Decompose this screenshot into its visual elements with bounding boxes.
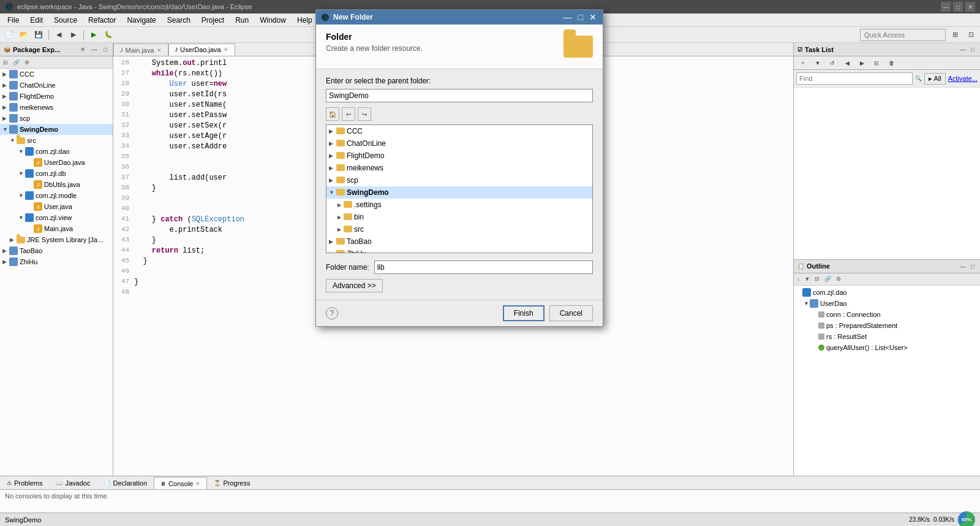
outline-filter[interactable]: ▼ [803, 275, 812, 283]
tree-item-src[interactable]: ▼ src [0, 135, 113, 146]
menu-refactor[interactable]: Refactor [83, 15, 121, 26]
outline-item-conn[interactable]: ▶ conn : Connection [794, 309, 980, 320]
modal-tree-forward[interactable]: ↪ [358, 107, 371, 121]
cancel-button[interactable]: Cancel [549, 305, 593, 321]
tree-item-scp[interactable]: ▶ scp [0, 113, 113, 124]
parent-folder-input[interactable] [326, 89, 593, 102]
outline-maximize[interactable]: □ [969, 262, 976, 270]
toolbar-save[interactable]: 💾 [32, 28, 45, 42]
tab-problems[interactable]: ⚠ Problems [0, 477, 49, 489]
menu-source[interactable]: Source [49, 15, 82, 26]
outline-minimize[interactable]: — [958, 262, 968, 270]
menu-help[interactable]: Help [292, 15, 317, 26]
toolbar-forward[interactable]: ▶ [67, 28, 80, 42]
modal-tree-taobao[interactable]: ▶ TaoBao [326, 235, 592, 248]
modal-tree-bin[interactable]: ▶ bin [326, 211, 592, 223]
tree-item-com-zjl-view[interactable]: ▼ com.zjl.view [0, 212, 113, 223]
modal-tree-meikenews[interactable]: ▶ meikenews [326, 162, 592, 174]
activate-link[interactable]: Activate... [948, 75, 978, 82]
menu-navigate[interactable]: Navigate [122, 15, 160, 26]
tab-console[interactable]: 🖥 Console ✕ [154, 477, 207, 489]
tab-progress[interactable]: ⏳ Progress [207, 477, 257, 489]
tree-item-com-zjl-dao[interactable]: ▼ com.zjl.dao [0, 146, 113, 157]
outline-item-rs[interactable]: ▶ rs : ResultSet [794, 331, 980, 342]
find-input[interactable] [796, 72, 913, 85]
menu-project[interactable]: Project [197, 15, 229, 26]
modal-tree-src[interactable]: ▶ src [326, 223, 592, 235]
outline-item-package[interactable]: ▶ com.zjl.dao [794, 287, 980, 298]
modal-tree-back[interactable]: ↩ [342, 107, 355, 121]
userdao-java-tab-close[interactable]: ✕ [224, 47, 228, 53]
tree-item-chatonline[interactable]: ▶ ChatOnLine [0, 80, 113, 91]
outline-item-ps[interactable]: ▶ ps : PreparedStatement [794, 320, 980, 331]
modal-tree-home[interactable]: 🏠 [326, 107, 339, 121]
modal-tree-ccc[interactable]: ▶ CCC [326, 125, 592, 137]
tab-userdao-java[interactable]: J UserDao.java ✕ [168, 44, 235, 56]
modal-close-button[interactable]: ✕ [588, 12, 598, 22]
close-button[interactable]: ✕ [965, 2, 975, 12]
task-fwd[interactable]: ▶ [855, 56, 869, 70]
task-collapse[interactable]: ⊟ [870, 56, 883, 70]
outline-settings[interactable]: ⚙ [834, 275, 843, 283]
tree-item-com-zjl-db[interactable]: ▼ com.zjl.db [0, 168, 113, 179]
task-list-maximize[interactable]: □ [969, 45, 976, 53]
modal-tree-zhihu[interactable]: ▶ ZhiHu [326, 248, 592, 253]
menu-run[interactable]: Run [230, 15, 254, 26]
tree-item-main-java[interactable]: ▶ J Main.java [0, 223, 113, 234]
toolbar-view[interactable]: ⊡ [964, 28, 978, 42]
menu-window[interactable]: Window [255, 15, 291, 26]
advanced-button[interactable]: Advanced >> [326, 279, 383, 292]
modal-tree-swingdemo[interactable]: ▼ SwingDemo [326, 186, 592, 199]
pkg-settings[interactable]: ⚙ [23, 59, 31, 66]
package-explorer-max[interactable]: □ [102, 45, 109, 53]
outline-collapse[interactable]: ⊟ [813, 275, 821, 283]
all-filter-btn[interactable]: ▸ All [924, 73, 946, 85]
tree-item-com-zjl-modle[interactable]: ▼ com.zjl.modle [0, 190, 113, 201]
package-explorer-min[interactable]: — [89, 45, 99, 53]
task-back[interactable]: ◀ [840, 56, 854, 70]
minimize-button[interactable]: — [941, 2, 951, 12]
tree-item-swingdemo[interactable]: ▼ SwingDemo [0, 124, 113, 135]
toolbar-new[interactable]: 📄 [2, 28, 16, 42]
task-list-minimize[interactable]: — [958, 45, 968, 53]
main-java-tab-close[interactable]: ✕ [157, 47, 162, 53]
modal-tree-settings[interactable]: ▶ .settings [326, 199, 592, 211]
menu-search[interactable]: Search [162, 15, 195, 26]
pkg-link[interactable]: 🔗 [11, 59, 21, 66]
task-filter[interactable]: ▼ [811, 56, 824, 70]
outline-link[interactable]: 🔗 [823, 275, 833, 283]
tree-item-dbutils-java[interactable]: ▶ J DbUtils.java [0, 179, 113, 190]
modal-tree-chatonline[interactable]: ▶ ChatOnLine [326, 137, 592, 150]
tree-item-meikenews[interactable]: ▶ meikenews [0, 102, 113, 113]
modal-folder-tree[interactable]: ▶ CCC ▶ ChatOnLine ▶ FlightDemo ▶ meiken… [326, 124, 593, 253]
tree-item-ccc[interactable]: ▶ CCC [0, 69, 113, 80]
toolbar-run[interactable]: ▶ [87, 28, 100, 42]
toolbar-open[interactable]: 📂 [17, 28, 31, 42]
modal-minimize-button[interactable]: — [562, 12, 573, 22]
finish-button[interactable]: Finish [503, 305, 545, 321]
package-explorer-close[interactable]: ✕ [78, 45, 87, 53]
tree-item-taobao[interactable]: ▶ TaoBao [0, 245, 113, 256]
task-new[interactable]: + [796, 56, 810, 70]
modal-tree-flightdemo[interactable]: ▶ FlightDemo [326, 150, 592, 162]
maximize-button[interactable]: □ [953, 2, 963, 12]
tree-item-user-java[interactable]: ▶ J User.java [0, 201, 113, 212]
quick-access-input[interactable] [860, 29, 946, 41]
toolbar-debug[interactable]: 🐛 [102, 28, 115, 42]
outline-sort[interactable]: ↕ [795, 275, 802, 283]
tab-javadoc[interactable]: 📖 Javadoc [49, 477, 97, 489]
tree-item-flightdemo[interactable]: ▶ FlightDemo [0, 91, 113, 102]
tree-item-jre[interactable]: ▶ JRE System Library [Ja... [0, 234, 113, 245]
outline-item-queryalluser[interactable]: ▶ queryAllUser() : List<User> [794, 342, 980, 353]
tree-item-zhihu[interactable]: ▶ ZhiHu [0, 256, 113, 267]
task-delete[interactable]: 🗑 [884, 56, 898, 70]
outline-item-userdao[interactable]: ▼ UserDao [794, 298, 980, 309]
menu-file[interactable]: File [2, 15, 24, 26]
pkg-collapse-all[interactable]: ⊟ [1, 59, 10, 66]
toolbar-perspectives[interactable]: ⊞ [948, 28, 962, 42]
folder-name-input[interactable] [374, 261, 593, 274]
tab-declaration[interactable]: 📄 Declaration [97, 477, 154, 489]
task-refresh[interactable]: ↺ [826, 56, 839, 70]
tab-console-close[interactable]: ✕ [195, 481, 200, 487]
modal-tree-scp[interactable]: ▶ scp [326, 174, 592, 186]
